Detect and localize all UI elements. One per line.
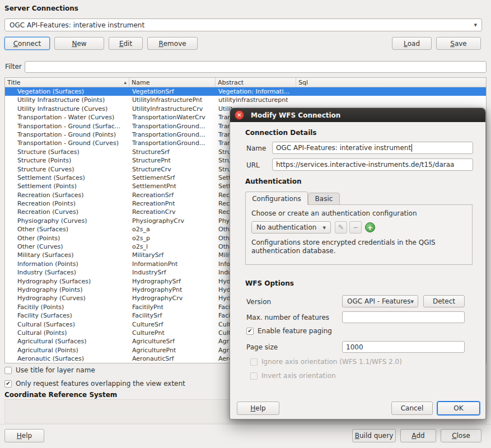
- plus-icon: +: [367, 224, 373, 231]
- invert-axis-label: Invert axis orientation: [261, 372, 336, 380]
- connection-details-heading: Connection Details: [245, 129, 317, 137]
- connect-button[interactable]: Connect: [4, 37, 50, 50]
- cell-sql: [296, 87, 486, 96]
- wfs-options-heading: WFS Options: [245, 279, 294, 287]
- use-title-label: Use title for layer name: [16, 366, 95, 374]
- cell-title: Agricultural (Surfaces): [5, 337, 129, 346]
- cell-title: Recreation (Points): [5, 199, 129, 208]
- auth-configurations-panel: Choose or create an authentication confi…: [245, 204, 473, 265]
- cell-name: IndustrySrf: [129, 268, 216, 277]
- filter-label: Filter: [5, 63, 22, 71]
- cell-title: Transportation - Ground (Curves): [5, 139, 129, 147]
- cell-title: Hydrography (Points): [5, 286, 129, 294]
- connection-select[interactable]: OGC API-Features: interative instrument …: [4, 18, 482, 31]
- cell-name: RecreationPnt: [129, 199, 216, 208]
- cell-title: Physiography (Curves): [5, 217, 129, 225]
- max-features-input[interactable]: [342, 311, 465, 323]
- authentication-heading: Authentication: [245, 178, 302, 185]
- cell-title: Cultural (Points): [5, 329, 129, 337]
- tab-basic[interactable]: Basic: [308, 193, 340, 205]
- cell-abstract: utilityinfrastructurepnt: [216, 96, 296, 104]
- dialog-titlebar[interactable]: ✕ Modify WFS Connection: [230, 108, 485, 122]
- table-row[interactable]: Vegetation (Surfaces) VegetationSrf Vege…: [5, 87, 486, 96]
- version-label: Version: [246, 298, 271, 306]
- chevron-down-icon: ▾: [474, 21, 477, 29]
- cell-title: Facitily (Points): [5, 303, 129, 311]
- cell-name: RecreationSrf: [129, 191, 216, 199]
- dialog-title: Modify WFS Connection: [251, 111, 340, 119]
- chevron-down-icon: ▾: [322, 224, 326, 231]
- cell-name: StructureSrf: [129, 148, 216, 156]
- add-configuration-button[interactable]: +: [365, 222, 375, 232]
- pencil-icon: ✎: [338, 223, 344, 231]
- help-button[interactable]: Help: [4, 429, 44, 442]
- sort-ascending-icon: ▴: [124, 80, 127, 85]
- close-window-icon[interactable]: ✕: [235, 110, 244, 120]
- column-header-title-label: Title: [7, 79, 21, 86]
- filter-input[interactable]: [25, 61, 487, 73]
- detect-button[interactable]: Detect: [423, 295, 465, 307]
- name-input[interactable]: OGC API-Features: interative instrument: [272, 142, 473, 154]
- enable-paging-checkbox[interactable]: ✔ Enable feature paging: [246, 327, 332, 335]
- cell-title: Settlement (Points): [5, 182, 129, 190]
- new-button[interactable]: New: [54, 37, 104, 50]
- column-header-name[interactable]: Name: [129, 78, 216, 87]
- cell-name: TransportationGround...: [129, 130, 216, 139]
- checkbox-disabled-icon: [250, 358, 258, 366]
- column-header-abstract[interactable]: Abstract: [216, 78, 296, 87]
- page-size-input-value: 1000: [346, 343, 363, 351]
- cell-title: Structure (Curves): [5, 165, 129, 174]
- auth-config-select[interactable]: No authentication ▾: [251, 221, 331, 234]
- checkbox-disabled-icon: [250, 372, 258, 380]
- build-query-button[interactable]: Build query: [352, 429, 396, 442]
- table-row[interactable]: Utility Infrastructure (Points) UtilityI…: [5, 96, 486, 104]
- url-input[interactable]: https://services.interactive-instruments…: [272, 158, 473, 171]
- edit-button[interactable]: Edit: [109, 37, 143, 50]
- invert-axis-checkbox: Invert axis orientation: [250, 372, 336, 380]
- cell-name: TransportationGround...: [129, 122, 216, 130]
- dialog-cancel-button[interactable]: Cancel: [391, 402, 433, 415]
- only-request-checkbox[interactable]: ✔ Only request features overlapping the …: [4, 380, 185, 388]
- cell-name: StructurePnt: [129, 156, 216, 165]
- page-size-input[interactable]: 1000: [342, 341, 465, 353]
- auth-choose-text: Choose or create an authentication confi…: [251, 209, 417, 217]
- column-header-sql[interactable]: Sql: [296, 78, 486, 87]
- auth-config-select-value: No authentication: [256, 223, 316, 231]
- load-button[interactable]: Load: [392, 37, 432, 50]
- cell-name: o2s_l: [129, 242, 216, 251]
- name-input-value: OGC API-Features: interative instrument: [276, 144, 411, 152]
- version-select[interactable]: OGC API - Features ▾: [342, 295, 418, 307]
- enable-paging-label: Enable feature paging: [258, 327, 332, 335]
- cell-title: Military (Surfaces): [5, 251, 129, 259]
- cell-name: CulturePnt: [129, 329, 216, 337]
- save-button[interactable]: Save: [436, 37, 481, 50]
- cell-title: Other (Surfaces): [5, 225, 129, 234]
- ignore-axis-label: Ignore axis orientation (WFS 1.1/WFS 2.0…: [261, 358, 402, 366]
- use-title-checkbox[interactable]: Use title for layer name: [4, 366, 95, 374]
- url-input-value: https://services.interactive-instruments…: [276, 161, 454, 169]
- column-header-title[interactable]: Title ▴: [5, 78, 129, 87]
- cell-name: AgriculturePnt: [129, 346, 216, 354]
- cell-title: Information (Points): [5, 260, 129, 268]
- cell-name: MilitarySrf: [129, 251, 216, 259]
- close-button[interactable]: Close: [441, 429, 481, 442]
- footer-divider: [0, 424, 491, 424]
- version-select-value: OGC API - Features: [347, 297, 410, 305]
- cell-title: Agricultural (Points): [5, 346, 129, 354]
- dialog-ok-button[interactable]: OK: [437, 402, 480, 415]
- checkmark-icon: ✔: [6, 381, 10, 386]
- remove-button[interactable]: Remove: [147, 37, 198, 50]
- table-header-row: Title ▴ Name Abstract Sql: [5, 78, 486, 87]
- cell-name: o2s_a: [129, 225, 216, 234]
- add-button[interactable]: Add: [400, 429, 436, 442]
- cell-name: HydrographyCrv: [129, 294, 216, 302]
- cell-title: Structure (Points): [5, 156, 129, 165]
- checkbox-checked-icon: ✔: [246, 328, 254, 335]
- tab-configurations[interactable]: Configurations: [245, 192, 308, 205]
- ignore-axis-checkbox: Ignore axis orientation (WFS 1.1/WFS 2.0…: [250, 358, 402, 366]
- dialog-help-button[interactable]: Help: [237, 402, 279, 415]
- max-features-label: Max. number of features: [246, 314, 329, 321]
- cell-title: Structure (Surfaces): [5, 148, 129, 156]
- auth-note-text: Configurations store encrypted credentia…: [251, 239, 446, 255]
- cell-name: UtilityInfrastructureCrv: [129, 105, 216, 113]
